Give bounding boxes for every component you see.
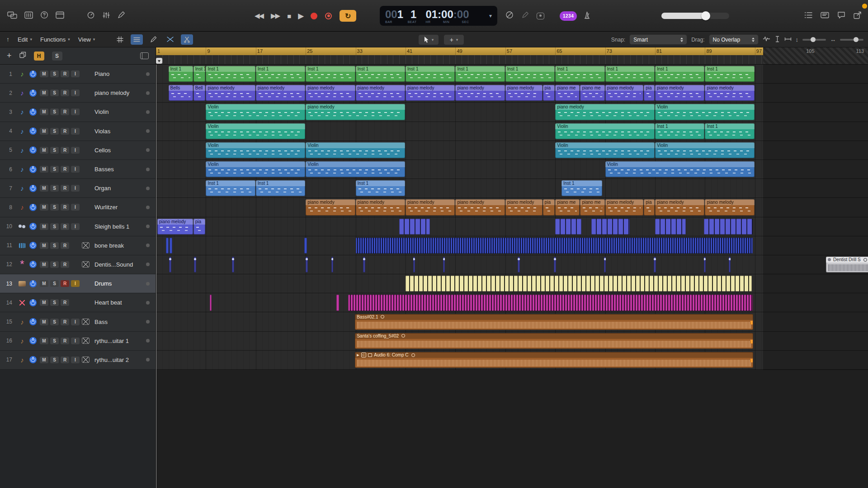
region-bells[interactable]: Bells	[169, 85, 193, 101]
track-header-config-icon[interactable]	[140, 52, 149, 59]
input-button[interactable]: I	[71, 108, 80, 115]
record-enable-button[interactable]: R	[61, 185, 69, 192]
region[interactable]	[399, 219, 430, 235]
region-piano-melody[interactable]: piano melody	[157, 219, 193, 235]
take-disclosure-icon[interactable]: ▶	[357, 352, 359, 358]
mute-button[interactable]: M	[40, 204, 48, 211]
region-violin[interactable]: Violin	[655, 104, 755, 120]
record-enable-button[interactable]: R	[61, 299, 69, 306]
autopunch-pencil-icon[interactable]	[521, 11, 529, 21]
region-violin[interactable]: Violin	[555, 142, 655, 158]
track-name[interactable]: Violas	[94, 128, 144, 135]
region-inst-1[interactable]: Inst 1	[655, 66, 704, 82]
region[interactable]	[704, 219, 753, 235]
track-power-button[interactable]	[29, 318, 37, 325]
notes-bubble-icon[interactable]	[837, 11, 845, 21]
region-pia[interactable]: pia	[644, 199, 655, 215]
pointer-tool-button[interactable]: ▾	[418, 34, 439, 45]
mute-button[interactable]: M	[40, 338, 48, 344]
playhead[interactable]	[156, 65, 156, 488]
region-bass-02-1[interactable]: Bass#02.1	[355, 314, 753, 330]
track-name[interactable]: Sleigh bells 1	[94, 223, 144, 230]
region-piano-me[interactable]: piano me	[580, 199, 604, 215]
region-inst-1[interactable]: Inst 1	[193, 66, 206, 82]
event-list-icon[interactable]	[804, 12, 812, 20]
track-name[interactable]: rythu...uitar 1	[94, 338, 144, 344]
track-name[interactable]: Cellos	[94, 147, 144, 154]
horizontal-zoom-icon[interactable]	[784, 36, 792, 43]
record-enable-button[interactable]: R	[61, 357, 69, 363]
input-button[interactable]: I	[71, 70, 80, 77]
region[interactable]	[331, 257, 334, 272]
track-name[interactable]: Organ	[94, 185, 144, 192]
track-power-button[interactable]	[29, 242, 37, 249]
track-power-button[interactable]	[29, 204, 37, 211]
track-header-dentis-sound[interactable]: 12*MSRIDentis...Sound	[0, 255, 156, 274]
track-name[interactable]: Wurlitzer	[94, 204, 144, 211]
mute-button[interactable]: M	[40, 185, 48, 192]
capture-recording-button[interactable]	[325, 13, 332, 19]
hide-tracks-button[interactable]: H	[34, 52, 44, 61]
lcd-display[interactable]: 0011 BARBEAT 01:00:00 HRMINSEC ▾	[380, 6, 497, 26]
add-track-button[interactable]: +	[7, 51, 12, 61]
region-piano-melody[interactable]: piano melody	[605, 199, 644, 215]
duplicate-track-button[interactable]	[19, 52, 26, 60]
region-inst-1[interactable]: Inst 1	[169, 66, 193, 82]
track-header-bass[interactable]: 15♪MSRIBass	[0, 312, 156, 331]
snap-select[interactable]: Smart	[629, 34, 687, 45]
region-piano-melody[interactable]: piano melody	[306, 199, 355, 215]
track-name[interactable]: Basses	[94, 166, 144, 173]
region-inst-1[interactable]: Inst 1	[455, 66, 505, 82]
track-header-basses[interactable]: 6♪MSRIBasses	[0, 160, 156, 179]
region[interactable]	[304, 238, 307, 253]
track-header-rythu-uitar-2[interactable]: 17♪MSRIrythu...uitar 2	[0, 351, 156, 370]
region[interactable]	[406, 276, 752, 291]
toolbar-toggle-icon[interactable]	[56, 11, 64, 21]
region-piano-melody[interactable]: piano melody	[406, 199, 455, 215]
track-power-button[interactable]	[29, 223, 37, 230]
region-piano-melody[interactable]: piano melody	[555, 104, 655, 120]
mute-button[interactable]: M	[40, 147, 48, 154]
region-inst-1[interactable]: Inst 1	[206, 66, 255, 82]
solo-mode-icon[interactable]	[537, 13, 544, 19]
track-name[interactable]: Heart beat	[94, 299, 144, 306]
quick-help-icon[interactable]	[40, 11, 48, 21]
input-monitoring-icon[interactable]	[82, 242, 90, 249]
slider-knob[interactable]	[811, 37, 816, 42]
metronome-icon[interactable]	[583, 11, 591, 21]
region-pia[interactable]: pia	[543, 85, 555, 101]
track-power-button[interactable]	[29, 89, 37, 97]
count-in-button[interactable]: 1234	[560, 11, 577, 21]
input-monitoring-icon[interactable]	[82, 261, 90, 267]
region-pia[interactable]: pia	[644, 85, 655, 101]
record-button[interactable]	[311, 13, 317, 19]
track-header-drums[interactable]: 13MSRIDrums	[0, 274, 156, 293]
screens-icon[interactable]	[7, 11, 17, 21]
region[interactable]	[348, 295, 753, 310]
region-violin[interactable]: Violin	[206, 104, 305, 120]
input-button[interactable]: I	[71, 147, 80, 154]
region-violin[interactable]: Violin	[306, 142, 405, 158]
region-piano-me[interactable]: piano me	[580, 85, 604, 101]
region-violin[interactable]: Violin	[206, 123, 305, 139]
solo-button[interactable]: S	[50, 280, 59, 287]
grid-view-icon[interactable]	[114, 34, 126, 45]
region[interactable]	[363, 257, 365, 272]
region[interactable]	[413, 257, 415, 272]
input-monitoring-icon[interactable]	[82, 357, 90, 363]
region-pia[interactable]: pia	[543, 199, 555, 215]
region-audio-6-comp-c[interactable]: ▶CAudio 6: Comp C	[355, 352, 753, 368]
solo-button[interactable]: S	[50, 70, 59, 77]
track-power-button[interactable]	[29, 261, 37, 268]
mute-button[interactable]: M	[40, 242, 48, 249]
solo-button[interactable]: S	[50, 166, 59, 173]
region-inst-1[interactable]: Inst 1	[206, 180, 255, 196]
arrange-area[interactable]: Inst 1Inst 1Inst 1Inst 1Inst 1Inst 1Inst…	[156, 65, 868, 488]
solo-button[interactable]: S	[50, 128, 59, 135]
display-icon[interactable]	[821, 12, 829, 20]
region[interactable]	[210, 295, 212, 310]
region-inst-1[interactable]: Inst 1	[356, 180, 405, 196]
region-inst-1[interactable]: Inst 1	[705, 123, 754, 139]
region[interactable]	[166, 238, 169, 253]
record-enable-button[interactable]: R	[61, 70, 69, 77]
